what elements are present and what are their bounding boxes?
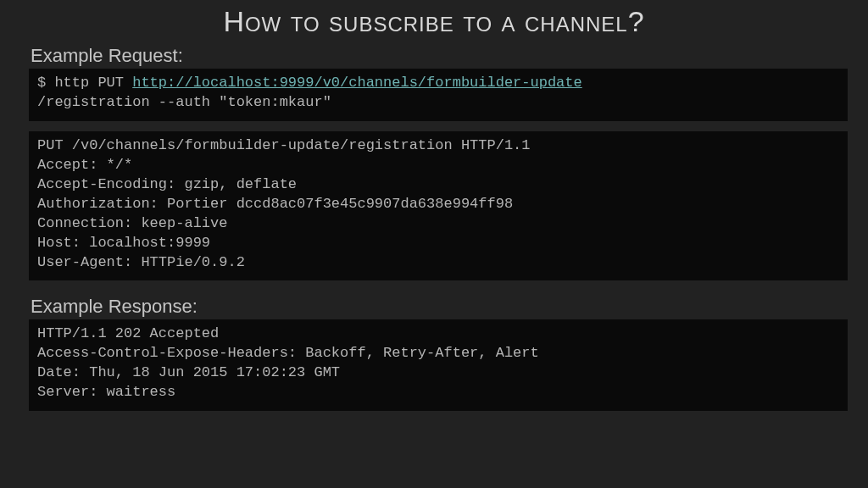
cmd-prefix: $ http PUT (37, 75, 132, 91)
cmd-suffix: /registration --auth "token:mkaur" (37, 94, 331, 110)
raw-request-block: PUT /v0/channels/formbuilder-update/regi… (29, 131, 848, 281)
request-command-block: $ http PUT http://localhost:9999/v0/chan… (29, 69, 848, 121)
example-response-label: Example Response: (0, 294, 868, 319)
raw-response-block: HTTP/1.1 202 Accepted Access-Control-Exp… (29, 319, 848, 411)
slide-title: How to subscribe to a channel? (0, 0, 868, 43)
example-request-label: Example Request: (0, 43, 868, 69)
cmd-url-link[interactable]: http://localhost:9999/v0/channels/formbu… (132, 75, 582, 91)
